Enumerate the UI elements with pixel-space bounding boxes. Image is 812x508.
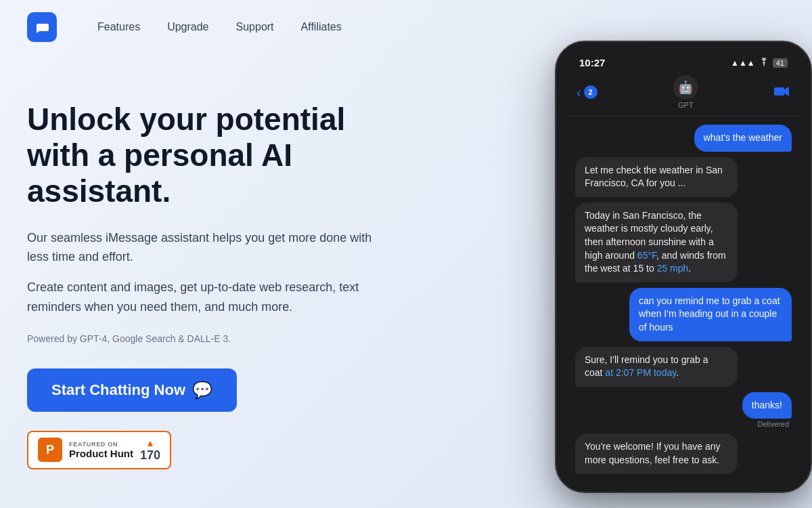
bubble-3: Today in San Francisco, the weather is m… (575, 203, 738, 282)
cta-button[interactable]: Start Chatting Now 💬 (27, 368, 237, 412)
video-call-icon[interactable] (774, 85, 790, 100)
hero-desc2: Create content and images, get up-to-dat… (27, 278, 379, 317)
bubble-2: Let me check the weather in San Francisc… (575, 157, 738, 197)
delivered-label: Delivered (758, 420, 792, 428)
ph-upvote-icon: ▲ (145, 438, 155, 448)
chat-bubble-icon: 💬 (192, 381, 212, 400)
ph-score-number: 170 (140, 448, 160, 463)
status-bar: 10:27 ▲▲▲ 41 (566, 51, 801, 71)
ph-text: FEATURED ON Product Hunt (69, 441, 133, 459)
message-4: can you remind me to grab a coat when I'… (575, 288, 792, 341)
bubble-1: what's the weather (694, 125, 792, 152)
logo-icon[interactable] (27, 12, 57, 42)
svg-point-1 (763, 64, 765, 66)
status-icons: ▲▲▲ 41 (731, 58, 788, 68)
nav-support[interactable]: Support (236, 21, 274, 33)
cta-label: Start Chatting Now (51, 381, 185, 399)
nav-features[interactable]: Features (97, 21, 140, 33)
reminder-time-link[interactable]: at 2:07 PM today (605, 367, 676, 378)
contact-avatar[interactable]: 🤖 (673, 75, 698, 100)
message-1: what's the weather (575, 125, 792, 152)
battery-icon: 41 (773, 58, 788, 68)
wifi-icon (759, 58, 769, 68)
hero-section: Unlock your potential with a personal AI… (0, 54, 812, 469)
message-3: Today in San Francisco, the weather is m… (575, 203, 792, 282)
svg-rect-2 (774, 87, 784, 96)
back-button[interactable]: ‹ 2 (577, 85, 597, 100)
bubble-7: You're welcome! If you have any more que… (575, 433, 738, 473)
ph-name: Product Hunt (69, 448, 133, 459)
temp-link[interactable]: 65°F (637, 250, 656, 261)
signal-icon: ▲▲▲ (731, 58, 755, 68)
ph-logo-icon: P (38, 438, 62, 462)
nav-affiliates[interactable]: Affiliates (301, 21, 342, 33)
bubble-6: thanks! (742, 392, 792, 419)
message-6: thanks! Delivered (575, 392, 792, 429)
ph-score: ▲ 170 (140, 438, 160, 463)
contact-name: GPT (678, 101, 694, 109)
powered-by-text: Powered by GPT-4, Google Search & DALL-E… (27, 333, 379, 344)
nav-upgrade[interactable]: Upgrade (167, 21, 208, 33)
chat-messages: what's the weather Let me check the weat… (566, 117, 801, 482)
message-7: You're welcome! If you have any more que… (575, 433, 792, 473)
ph-featured-label: FEATURED ON (69, 441, 133, 448)
phone-frame: 10:27 ▲▲▲ 41 (555, 41, 812, 493)
product-hunt-badge[interactable]: P FEATURED ON Product Hunt ▲ 170 (27, 431, 171, 469)
back-badge: 2 (584, 85, 597, 99)
hero-left: Unlock your potential with a personal AI… (27, 75, 379, 469)
contact-info: 🤖 GPT (673, 75, 698, 109)
bubble-4: can you remind me to grab a coat when I'… (629, 288, 792, 341)
message-2: Let me check the weather in San Francisc… (575, 157, 792, 197)
nav-links: Features Upgrade Support Affiliates (97, 21, 342, 33)
message-5: Sure, I'll remind you to grab a coat at … (575, 347, 792, 387)
hero-desc1: Our seamless iMessage assistant helps yo… (27, 228, 379, 268)
phone-mockup: 10:27 ▲▲▲ 41 (555, 41, 812, 493)
phone-screen: 10:27 ▲▲▲ 41 (566, 51, 801, 482)
back-chevron-icon: ‹ (577, 85, 581, 100)
imessage-header: ‹ 2 🤖 GPT (566, 71, 801, 117)
status-time: 10:27 (579, 57, 605, 68)
hero-title: Unlock your potential with a personal AI… (27, 102, 379, 209)
wind-link[interactable]: 25 mph (657, 263, 689, 274)
bubble-5: Sure, I'll remind you to grab a coat at … (575, 347, 738, 387)
